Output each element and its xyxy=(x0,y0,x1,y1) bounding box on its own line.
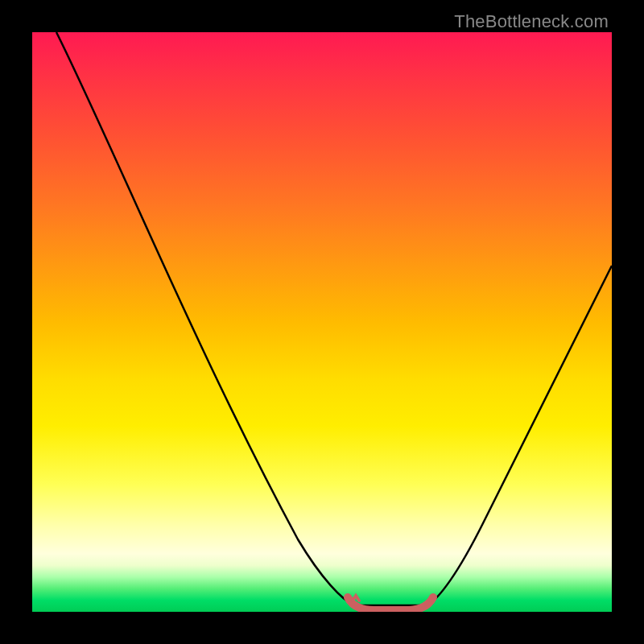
watermark-text: TheBottleneck.com xyxy=(454,11,609,32)
optimal-band-accent xyxy=(353,596,359,601)
optimal-band xyxy=(348,597,433,610)
plot-area xyxy=(32,32,612,612)
bottleneck-curve xyxy=(56,32,612,605)
chart-container: TheBottleneck.com xyxy=(0,0,644,644)
curve-svg xyxy=(32,32,612,612)
